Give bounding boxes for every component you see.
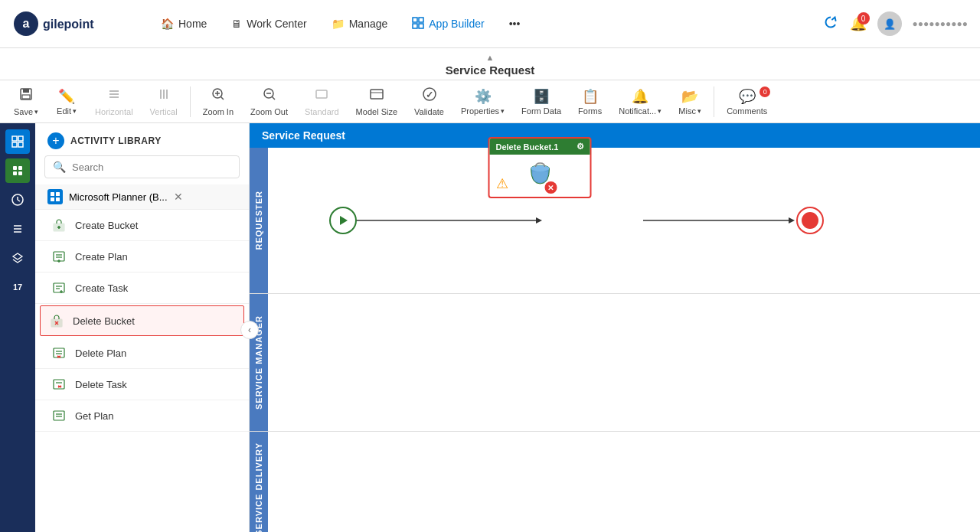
search-icon: 🔍 xyxy=(53,161,66,173)
refresh-button[interactable] xyxy=(822,14,839,34)
list-item[interactable]: Create Task xyxy=(35,273,249,304)
task-warning-icon: ⚠ xyxy=(496,175,508,192)
panel-collapse-button[interactable]: ‹ xyxy=(240,321,259,339)
list-item[interactable]: Delete Plan xyxy=(35,338,249,369)
task-node-body: ⚠ xyxy=(490,155,590,197)
page-title: Service Request xyxy=(446,64,535,77)
svg-marker-76 xyxy=(536,217,542,224)
zoom-in-button[interactable]: Zoom In xyxy=(195,83,241,119)
task-node[interactable]: Delete Bucket.1 ⚙ ⚠ xyxy=(488,137,592,198)
delete-bucket-icon xyxy=(48,312,65,329)
misc-button[interactable]: 📂 Misc ▾ xyxy=(671,85,709,119)
activity-panel: + Activity Library 🔍 Microsoft Planner (… xyxy=(35,123,250,532)
properties-label: Properties xyxy=(461,106,499,116)
flow-end-node[interactable] xyxy=(796,207,824,234)
zoom-out-button[interactable]: Zoom Out xyxy=(243,83,296,119)
nav-home[interactable]: 🏠 Home xyxy=(150,11,217,36)
flow-start-node[interactable] xyxy=(329,207,357,234)
strip-number-icon[interactable]: 17 xyxy=(5,275,30,299)
flow-end-inner xyxy=(802,212,818,229)
activity-library-header: + Activity Library xyxy=(35,123,249,155)
nav-manage[interactable]: 📁 Manage xyxy=(321,11,399,36)
save-button[interactable]: Save ▾ xyxy=(6,83,46,119)
nav-manage-label: Manage xyxy=(349,18,388,30)
svg-marker-78 xyxy=(789,217,795,224)
create-task-icon xyxy=(51,279,67,296)
task-error-badge: ✕ xyxy=(544,181,557,194)
strip-list-icon[interactable] xyxy=(5,217,30,241)
svg-rect-31 xyxy=(18,142,23,147)
horizontal-button[interactable]: Horizontal xyxy=(87,83,141,119)
svg-text:gilepoint: gilepoint xyxy=(43,18,94,31)
get-plan-label: Get Plan xyxy=(75,410,114,422)
standard-button[interactable]: Standard xyxy=(297,83,347,119)
svg-rect-8 xyxy=(23,89,29,93)
planner-close-button[interactable]: ✕ xyxy=(174,191,183,203)
edit-button[interactable]: ✏️ Edit ▾ xyxy=(47,85,86,119)
nav-right: 🔔 0 👤 ●●●●●●●●●● xyxy=(822,11,968,36)
svg-rect-46 xyxy=(56,197,60,201)
list-item[interactable]: Get Plan xyxy=(35,400,249,432)
model-size-button[interactable]: Model Size xyxy=(348,83,405,119)
zoom-in-label: Zoom In xyxy=(203,107,234,116)
comments-icon: 💬 xyxy=(739,88,756,105)
lane-requester: Requester xyxy=(250,148,980,294)
create-bucket-icon xyxy=(51,217,67,233)
nav-more[interactable]: ••• xyxy=(498,11,531,36)
save-arrow: ▾ xyxy=(34,108,38,116)
comments-button[interactable]: 💬 Comments 0 xyxy=(719,85,775,119)
create-task-label: Create Task xyxy=(75,282,128,294)
notifications-button[interactable]: 🔔 0 xyxy=(850,15,867,32)
lane-service-delivery: Service Delivery xyxy=(250,432,980,532)
swim-lanes: Requester xyxy=(250,148,980,532)
forms-icon: 📋 xyxy=(582,88,599,105)
create-bucket-label: Create Bucket xyxy=(75,220,138,231)
validate-button[interactable]: ✓ Validate xyxy=(407,83,452,119)
notifications-tb-icon: 🔔 xyxy=(632,88,648,105)
add-activity-button[interactable]: + xyxy=(47,132,64,149)
list-item[interactable]: Create Bucket xyxy=(35,210,249,241)
svg-marker-42 xyxy=(13,253,22,259)
forms-button[interactable]: 📋 Forms xyxy=(570,85,609,119)
svg-rect-23 xyxy=(316,90,327,98)
nav-app-builder[interactable]: App Builder xyxy=(401,11,495,38)
icon-strip: 17 xyxy=(0,123,35,532)
nav-links: 🏠 Home 🖥 Work Center 📁 Manage App Builde… xyxy=(150,11,822,38)
form-data-icon: 🗄️ xyxy=(533,88,550,105)
list-item[interactable]: Delete Task xyxy=(35,369,249,400)
comments-label: Comments xyxy=(727,106,767,116)
home-icon: 🏠 xyxy=(161,18,174,30)
strip-layers-icon[interactable] xyxy=(5,246,30,270)
strip-clock-icon[interactable] xyxy=(5,188,30,212)
activity-list: Create Bucket Create Plan xyxy=(35,210,249,532)
svg-rect-3 xyxy=(413,18,417,22)
standard-icon xyxy=(314,86,329,106)
task-node-gear-icon[interactable]: ⚙ xyxy=(577,142,584,152)
svg-rect-35 xyxy=(18,171,22,175)
folder-icon: 📁 xyxy=(332,18,345,30)
standard-label: Standard xyxy=(305,107,339,116)
properties-button[interactable]: ⚙️ Properties ▾ xyxy=(453,85,512,119)
monitor-icon: 🖥 xyxy=(231,18,242,30)
search-input[interactable] xyxy=(72,162,231,173)
list-item-selected[interactable]: Delete Bucket xyxy=(40,305,244,336)
svg-rect-34 xyxy=(13,171,17,175)
svg-rect-6 xyxy=(419,24,423,28)
search-box: 🔍 xyxy=(44,155,240,178)
planner-tag: Microsoft Planner (B... ✕ xyxy=(35,184,249,210)
lane-requester-label: Requester xyxy=(254,191,263,250)
notifications-toolbar-button[interactable]: 🔔 Notificat... ▾ xyxy=(611,85,669,119)
list-item[interactable]: Create Plan xyxy=(35,241,249,273)
chevron-up-icon[interactable]: ▲ xyxy=(0,53,980,62)
strip-planner-icon[interactable] xyxy=(5,158,30,183)
svg-rect-72 xyxy=(54,411,64,420)
task-icon-container: ✕ xyxy=(526,161,554,191)
vertical-button[interactable]: Vertical xyxy=(142,83,185,119)
svg-text:a: a xyxy=(23,17,30,30)
form-data-button[interactable]: 🗄️ Form Data xyxy=(514,85,569,119)
delete-task-icon xyxy=(51,376,67,393)
strip-grid-icon[interactable] xyxy=(5,129,30,154)
svg-rect-5 xyxy=(413,24,417,28)
nav-work-center[interactable]: 🖥 Work Center xyxy=(220,11,317,36)
toolbar: Save ▾ ✏️ Edit ▾ Horizontal Vertical Zoo… xyxy=(0,80,980,123)
